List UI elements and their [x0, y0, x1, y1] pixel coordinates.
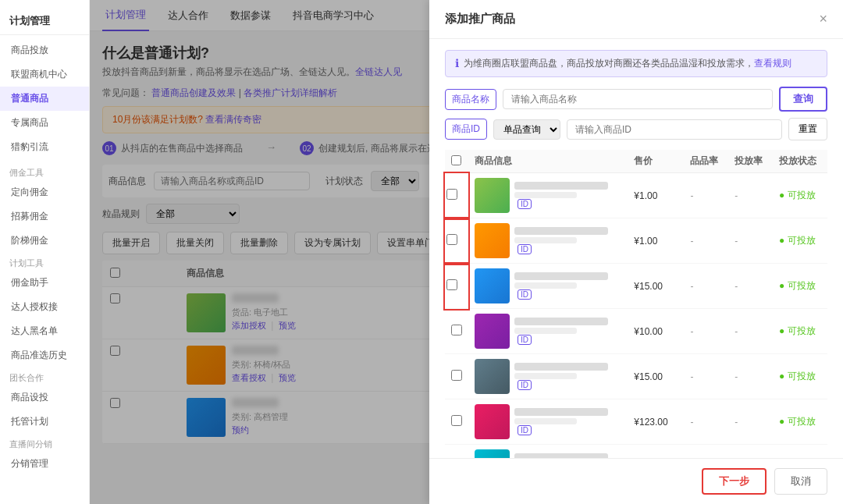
- cancel-button[interactable]: 取消: [774, 468, 827, 495]
- info-banner: ℹ 为维商圈店联盟商品盘，商品投放对商圈还各类品品温湿和投放需求，查看规则: [445, 50, 827, 77]
- info-link[interactable]: 查看规则: [754, 58, 791, 69]
- modal-table-row: ID ¥10.00 - - ● 可投放: [445, 309, 827, 354]
- sidebar-item-normal-goods[interactable]: 普通商品: [0, 87, 89, 111]
- id-tag[interactable]: ID: [518, 289, 532, 300]
- modal-invest-rate: -: [728, 399, 773, 445]
- sidebar-item-ladder-commission[interactable]: 阶梯佣金: [0, 229, 89, 253]
- sidebar-item-goods-promote[interactable]: 商品投放: [0, 38, 89, 62]
- sidebar-item-leader-goods[interactable]: 商品设投: [0, 385, 89, 410]
- modal-table-row: ID ¥15.00 - - ● 可投放: [445, 264, 827, 309]
- modal-quality-rate: -: [684, 354, 728, 399]
- product-name-blur: [514, 363, 608, 371]
- id-tag[interactable]: ID: [518, 199, 532, 209]
- search-id-label: 商品ID: [445, 119, 487, 140]
- modal-product-info: ID: [475, 404, 621, 439]
- sidebar-item-label: 佣金助手: [11, 276, 48, 289]
- row-checkbox[interactable]: [446, 189, 457, 200]
- sidebar-item-exclusive-goods[interactable]: 专属商品: [0, 111, 89, 135]
- row-checkbox[interactable]: [451, 370, 462, 381]
- sidebar-item-influencer-blacklist[interactable]: 达人黑名单: [0, 319, 89, 343]
- sidebar-item-influencer-auth[interactable]: 达人授权接: [0, 295, 89, 319]
- sidebar-item-distribution[interactable]: 分销管理: [0, 452, 89, 476]
- search-name-input[interactable]: [503, 89, 773, 109]
- sidebar-item-label: 达人授权接: [11, 300, 58, 314]
- modal-product-info: ID: [475, 359, 621, 394]
- modal-col-status: 投放状态: [773, 150, 827, 173]
- modal-price: ¥15.00: [628, 264, 684, 309]
- modal-header: 添加推广商品 ×: [429, 0, 843, 39]
- search-id-input[interactable]: [567, 119, 782, 140]
- id-tag[interactable]: ID: [518, 380, 532, 390]
- sidebar-item-label: 普通商品: [11, 92, 48, 105]
- modal-product-text: ID: [514, 318, 608, 345]
- id-type-select[interactable]: 单品查询: [493, 119, 560, 140]
- sidebar-item-label: 商品设投: [11, 391, 48, 404]
- status-badge: ● 可投放: [779, 235, 816, 246]
- modal-quality-rate: -: [684, 445, 728, 459]
- id-tag[interactable]: ID: [518, 425, 532, 435]
- modal-table-row: ID ¥123.00 - - ● 可投放: [445, 399, 827, 445]
- modal-table-row: ID ¥15.00 - - ● 可投放: [445, 354, 827, 399]
- sidebar-item-label: 定向佣金: [11, 186, 48, 199]
- modal-product-text: ID: [514, 182, 608, 209]
- next-step-button[interactable]: 下一步: [702, 468, 767, 495]
- modal-status: ● 可投放: [773, 354, 827, 399]
- product-name-blur: [514, 318, 608, 325]
- modal-invest-rate: -: [728, 354, 773, 399]
- product-sub-blur: [514, 237, 577, 243]
- row-checkbox[interactable]: [451, 325, 462, 335]
- modal-table-row: ID ¥15.00 - - ● 可投放: [445, 445, 827, 459]
- sidebar-item-commission-assistant[interactable]: 佣金助手: [0, 271, 89, 295]
- modal-status: ● 可投放: [773, 173, 827, 218]
- modal-product-info: ID: [475, 223, 621, 258]
- modal-quality-rate: -: [684, 399, 728, 445]
- modal-select-all[interactable]: [451, 155, 461, 165]
- row-checkbox[interactable]: [446, 279, 457, 290]
- sidebar-item-cheetah[interactable]: 猎豹引流: [0, 135, 89, 159]
- product-sub-blur: [514, 192, 577, 198]
- sidebar-item-label: 托管计划: [11, 415, 48, 428]
- modal-col-invest: 投放率: [728, 150, 773, 173]
- id-tag[interactable]: ID: [518, 335, 532, 345]
- product-sub-blur: [514, 282, 577, 289]
- modal-table-row: ID ¥1.00 - - ● 可投放: [445, 218, 827, 264]
- modal-table-row: ID ¥1.00 - - ● 可投放: [445, 173, 827, 218]
- sidebar-item-fixed-commission[interactable]: 定向佣金: [0, 180, 89, 204]
- row-checkbox[interactable]: [451, 415, 462, 426]
- modal-invest-rate: -: [728, 264, 773, 309]
- sidebar-item-goods-history[interactable]: 商品准选历史: [0, 343, 89, 367]
- modal-price: ¥123.00: [628, 399, 684, 445]
- sidebar-title: 计划管理: [0, 8, 89, 35]
- sidebar-item-alliance[interactable]: 联盟商机中心: [0, 62, 89, 87]
- id-tag[interactable]: ID: [518, 244, 532, 254]
- row-checkbox[interactable]: [446, 234, 457, 245]
- modal-status: ● 可投放: [773, 309, 827, 354]
- search-name-row: 商品名称 查询: [445, 87, 827, 112]
- product-name-blur: [514, 182, 608, 190]
- sidebar-item-label: 分销管理: [11, 457, 48, 470]
- modal-status: ● 可投放: [773, 445, 827, 459]
- product-name-blur: [514, 227, 608, 235]
- modal-price: ¥1.00: [628, 173, 684, 218]
- sidebar-group-commission: 佣金工具: [0, 162, 89, 180]
- modal-quality-rate: -: [684, 173, 728, 218]
- sidebar-item-recruit-commission[interactable]: 招募佣金: [0, 204, 89, 229]
- modal-quality-rate: -: [684, 309, 728, 354]
- modal-invest-rate: -: [728, 445, 773, 459]
- sidebar-item-label: 阶梯佣金: [11, 234, 48, 247]
- sidebar-item-managed-plan[interactable]: 托管计划: [0, 410, 89, 434]
- modal-footer: 下一步 取消: [429, 458, 843, 504]
- modal-invest-rate: -: [728, 173, 773, 218]
- search-button[interactable]: 查询: [779, 87, 827, 112]
- reset-button[interactable]: 重置: [788, 118, 827, 140]
- modal-price: ¥15.00: [628, 354, 684, 399]
- modal-status: ● 可投放: [773, 399, 827, 445]
- sidebar: 计划管理 商品投放 联盟商机中心 普通商品 专属商品 猎豹引流 佣金工具 定向佣…: [0, 0, 90, 504]
- modal-title: 添加推广商品: [445, 12, 515, 27]
- modal-invest-rate: -: [728, 218, 773, 264]
- modal-body: ℹ 为维商圈店联盟商品盘，商品投放对商圈还各类品品温湿和投放需求，查看规则 商品…: [429, 39, 843, 458]
- search-id-row: 商品ID 单品查询 重置: [445, 118, 827, 140]
- product-name-blur: [514, 408, 608, 416]
- modal-close-button[interactable]: ×: [819, 11, 827, 27]
- sidebar-item-label: 猎豹引流: [11, 140, 48, 154]
